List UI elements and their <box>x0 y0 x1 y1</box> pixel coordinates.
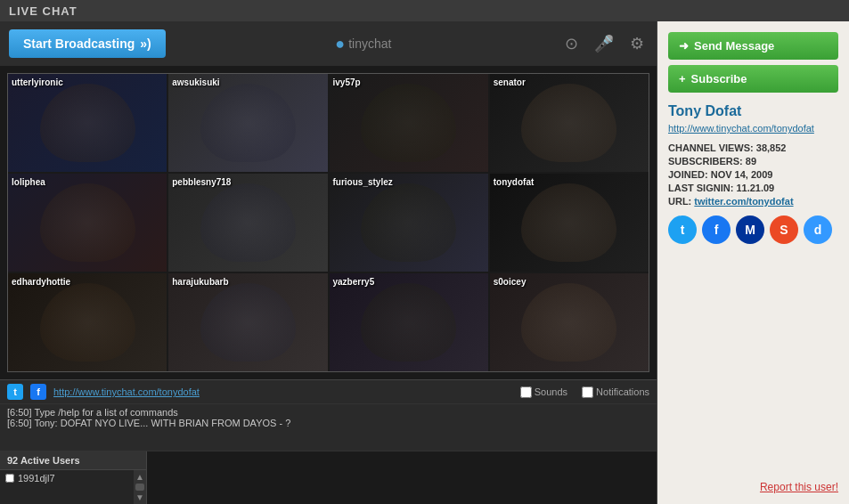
report-user-link[interactable]: Report this user! <box>668 481 838 493</box>
bottom-bar: 92 Active Users 1991djl7 ▲ ▼ <box>0 451 657 504</box>
video-label-11: s0oicey <box>494 277 527 287</box>
twitter-social-button[interactable]: t <box>668 215 697 244</box>
subscribe-button[interactable]: + Subscribe <box>668 65 838 93</box>
start-broadcast-button[interactable]: Start Broadcasting ») <box>9 29 166 58</box>
myspace-social-button[interactable]: M <box>736 215 764 244</box>
video-cell-6[interactable]: furious_stylez <box>330 174 488 272</box>
video-label-5: pebblesny718 <box>172 177 231 187</box>
channel-views-stat: CHANNEL VIEWS: 38,852 <box>668 142 838 153</box>
profile-url-link[interactable]: http://www.tinychat.com/tonydofat <box>668 123 838 134</box>
title-bar: LIVE CHAT <box>0 0 849 21</box>
video-cell-1[interactable]: awsukisuki <box>168 74 327 172</box>
video-cell-2[interactable]: ivy57p <box>330 74 488 172</box>
plus-icon: + <box>679 72 686 85</box>
delicious-social-button[interactable]: d <box>804 215 832 244</box>
toolbar: Start Broadcasting ») ● tinychat ⊙ 🎤 ⚙ <box>0 21 657 66</box>
broadcast-label: Start Broadcasting <box>23 37 135 51</box>
video-label-3: senator <box>494 77 526 87</box>
active-users-count: 92 Active Users <box>7 455 80 466</box>
video-label-6: furious_stylez <box>333 177 393 187</box>
video-cell-8[interactable]: edhardyhottie <box>8 273 167 371</box>
notifications-label: Notifications <box>596 386 649 397</box>
chat-message-1: [6:50] Type /help for a list of commands <box>7 407 649 418</box>
video-label-4: loliphea <box>12 177 45 187</box>
subscribers-value: 89 <box>746 156 756 167</box>
stumbleupon-social-button[interactable]: S <box>770 215 798 244</box>
url-value[interactable]: twitter.com/tonydofat <box>694 196 793 207</box>
video-area: utterlyironic awsukisuki ivy57p <box>0 66 657 379</box>
notifications-checkbox-label: Notifications <box>582 386 649 398</box>
arrow-icon: ➜ <box>679 39 689 53</box>
send-message-button[interactable]: ➜ Send Message <box>668 32 838 60</box>
video-cell-0[interactable]: utterlyironic <box>8 74 167 172</box>
channel-views-label: CHANNEL VIEWS: <box>668 142 754 153</box>
last-signin-label: LAST SIGNIN: <box>668 183 733 193</box>
send-message-label: Send Message <box>694 39 774 53</box>
chat-messages: [6:50] Type /help for a list of commands… <box>0 404 657 451</box>
url-label: URL: <box>668 196 691 207</box>
last-signin-value: 11.21.09 <box>736 183 774 193</box>
main-layout: Start Broadcasting ») ● tinychat ⊙ 🎤 ⚙ u… <box>0 21 849 504</box>
settings-icon[interactable]: ⚙ <box>626 30 648 57</box>
app-title: LIVE CHAT <box>9 4 78 18</box>
microphone-icon[interactable]: 🎤 <box>591 30 617 57</box>
facebook-social-button[interactable]: f <box>702 215 731 244</box>
profile-name: Tony Dofat <box>668 103 838 119</box>
video-cell-7[interactable]: tonydofat <box>490 174 649 272</box>
left-panel: Start Broadcasting ») ● tinychat ⊙ 🎤 ⚙ u… <box>0 21 657 504</box>
video-cell-9[interactable]: harajukubarb <box>168 273 327 371</box>
scroll-down-arrow[interactable]: ▼ <box>135 492 144 502</box>
sounds-checkbox[interactable] <box>520 386 532 398</box>
logo-text: tinychat <box>348 37 391 51</box>
broadcast-wave-icon: ») <box>140 37 151 51</box>
user-checkbox[interactable] <box>5 474 14 483</box>
video-label-10: yazberry5 <box>333 277 375 287</box>
video-label-0: utterlyironic <box>12 77 63 87</box>
joined-stat: JOINED: NOV 14, 2009 <box>668 169 838 180</box>
subscribers-stat: SUBSCRIBERS: 89 <box>668 156 838 167</box>
video-label-1: awsukisuki <box>172 77 219 87</box>
video-label-2: ivy57p <box>333 77 361 87</box>
users-list: 1991djl7 <box>0 470 134 504</box>
camera-icon[interactable]: ⊙ <box>561 30 582 57</box>
joined-value: NOV 14, 2009 <box>711 169 773 180</box>
sounds-label: Sounds <box>535 386 567 397</box>
channel-views-value: 38,852 <box>756 142 787 153</box>
chat-message-2: [6:50] Tony: DOFAT NYO LIVE... WITH BRIA… <box>7 418 649 428</box>
username: 1991djl7 <box>18 473 55 484</box>
video-label-9: harajukubarb <box>172 277 228 287</box>
social-links: t f M S d <box>668 215 838 244</box>
scroll-thumb[interactable] <box>135 484 144 491</box>
last-signin-stat: LAST SIGNIN: 11.21.09 <box>668 183 838 193</box>
url-stat: URL: twitter.com/tonydofat <box>668 196 838 207</box>
video-label-8: edhardyhottie <box>12 277 70 287</box>
twitter-share-icon[interactable]: t <box>7 384 23 400</box>
subscribe-label: Subscribe <box>691 72 747 85</box>
video-cell-5[interactable]: pebblesny718 <box>168 174 327 272</box>
sounds-checkbox-label: Sounds <box>520 386 567 398</box>
users-list-container: 1991djl7 ▲ ▼ <box>0 470 146 504</box>
video-cell-3[interactable]: senator <box>490 74 649 172</box>
users-scrollbar[interactable]: ▲ ▼ <box>134 470 146 504</box>
users-header: 92 Active Users <box>0 451 146 470</box>
subscribers-label: SUBSCRIBERS: <box>668 156 743 167</box>
tinychat-logo: ● tinychat <box>335 35 391 53</box>
chat-bar: t f http://www.tinychat.com/tonydofat So… <box>0 379 657 451</box>
user-profile: Tony Dofat http://www.tinychat.com/tonyd… <box>668 103 838 481</box>
notifications-checkbox[interactable] <box>582 386 593 398</box>
scroll-up-arrow[interactable]: ▲ <box>135 472 144 482</box>
video-grid: utterlyironic awsukisuki ivy57p <box>7 73 649 372</box>
chat-bar-top: t f http://www.tinychat.com/tonydofat So… <box>0 380 657 404</box>
video-label-7: tonydofat <box>494 177 535 187</box>
right-panel: ➜ Send Message + Subscribe Tony Dofat ht… <box>657 21 849 504</box>
video-cell-11[interactable]: s0oicey <box>490 273 649 371</box>
video-cell-4[interactable]: loliphea <box>8 174 167 272</box>
chat-url-link[interactable]: http://www.tinychat.com/tonydofat <box>53 386 200 397</box>
facebook-share-icon[interactable]: f <box>30 384 46 400</box>
video-cell-10[interactable]: yazberry5 <box>330 273 488 371</box>
users-section: 92 Active Users 1991djl7 ▲ ▼ <box>0 451 147 504</box>
user-item: 1991djl7 <box>2 472 132 484</box>
joined-label: JOINED: <box>668 169 708 180</box>
toolbar-center: ● tinychat <box>175 35 552 53</box>
